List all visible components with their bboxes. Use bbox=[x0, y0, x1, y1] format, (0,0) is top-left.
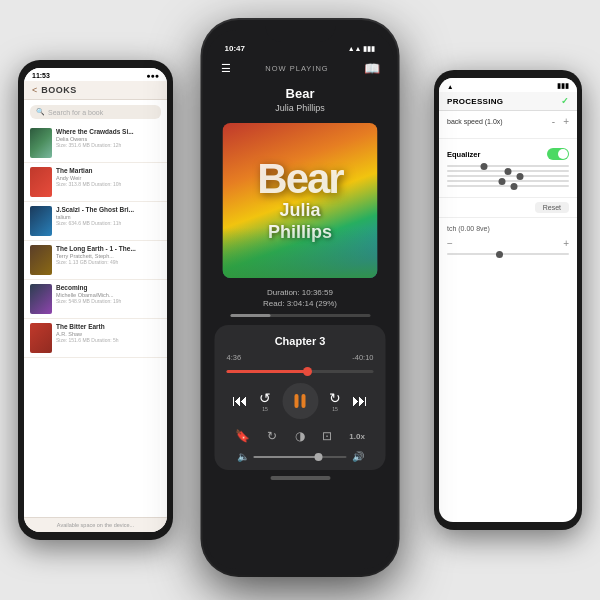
slider-track[interactable] bbox=[447, 185, 569, 187]
equalizer-section: Equalizer bbox=[439, 143, 577, 193]
pitch-slider-track[interactable] bbox=[447, 253, 569, 255]
phone-center: 10:47 ▲▲ ▮▮▮ ☰ NOW PLAYING 📖 Bear Julia … bbox=[203, 20, 398, 575]
equalizer-row: Equalizer bbox=[447, 148, 569, 160]
fast-fwd-icon[interactable]: ⏭ bbox=[352, 392, 368, 410]
left-header: < BOOKS bbox=[24, 81, 167, 100]
skip-back-label: 15 bbox=[262, 406, 268, 412]
slider-thumb[interactable] bbox=[505, 168, 512, 175]
phone-left-screen: 11:53 ●●● < BOOKS 🔍 Search for a book Wh… bbox=[24, 68, 167, 532]
book-cover bbox=[30, 245, 52, 275]
center-time: 10:47 bbox=[225, 44, 245, 53]
book-title: The Bitter Earth bbox=[56, 323, 161, 331]
phone-center-screen: 10:47 ▲▲ ▮▮▮ ☰ NOW PLAYING 📖 Bear Julia … bbox=[207, 30, 394, 569]
book-author: Julia Phillips bbox=[207, 103, 394, 113]
speed-plus-button[interactable]: + bbox=[563, 116, 569, 127]
skip-back-button[interactable]: ↺ 15 bbox=[259, 390, 271, 412]
pause-bar-left bbox=[295, 394, 299, 408]
actions-row: 🔖 ↻ ◑ ⊡ 1.0x bbox=[227, 429, 374, 443]
cover-floral-decoration bbox=[223, 228, 378, 278]
list-item[interactable]: The Martian Andy Weir Size: 313.8 MB Dur… bbox=[24, 163, 167, 202]
slider-track[interactable] bbox=[447, 170, 569, 172]
now-playing-title: NOW PLAYING bbox=[231, 64, 364, 73]
list-item[interactable]: Becoming Michelle Obama/Mich... Size: 54… bbox=[24, 280, 167, 319]
check-icon[interactable]: ✓ bbox=[561, 96, 569, 106]
loop-icon[interactable]: ↻ bbox=[267, 429, 277, 443]
search-icon: 🔍 bbox=[36, 108, 45, 116]
left-footer: Available space on the device... bbox=[24, 517, 167, 532]
right-battery-icon: ▮▮▮ bbox=[557, 82, 569, 90]
slider-thumb[interactable] bbox=[480, 163, 487, 170]
menu-icon[interactable]: ☰ bbox=[221, 62, 231, 75]
pitch-label: tch (0.00 8ve) bbox=[447, 225, 490, 232]
slider-thumb[interactable] bbox=[511, 183, 518, 190]
books-title: BOOKS bbox=[41, 85, 77, 95]
speed-label[interactable]: 1.0x bbox=[349, 432, 365, 441]
slider-thumb[interactable] bbox=[498, 178, 505, 185]
read-progress-label: Read: 3:04:14 (29%) bbox=[207, 299, 394, 308]
remaining-time: -40:10 bbox=[352, 353, 373, 362]
library-icon[interactable]: 📖 bbox=[364, 61, 380, 76]
volume-fill bbox=[254, 456, 319, 458]
eq-slider-3 bbox=[447, 175, 569, 177]
eq-slider-2 bbox=[447, 170, 569, 172]
speed-minus-button[interactable]: - bbox=[552, 116, 555, 127]
list-item[interactable]: Where the Crawdads Si... Delia Owens Siz… bbox=[24, 124, 167, 163]
right-header: PROCESSING ✓ bbox=[439, 92, 577, 111]
pause-button[interactable] bbox=[282, 383, 318, 419]
book-meta: Size: 151.6 MB Duration: 5h bbox=[56, 337, 161, 344]
divider-2 bbox=[439, 197, 577, 198]
book-meta: Size: 1.13 GB Duration: 49h bbox=[56, 259, 161, 266]
search-bar[interactable]: 🔍 Search for a book bbox=[30, 105, 161, 119]
book-cover-art: Bear JuliaPhillips bbox=[223, 123, 378, 278]
airplay-icon[interactable]: ⊡ bbox=[322, 429, 332, 443]
list-item[interactable]: J.Scalzi - The Ghost Bri... talium Size:… bbox=[24, 202, 167, 241]
bookmark-icon[interactable]: 🔖 bbox=[235, 429, 250, 443]
chapter-progress-thumb[interactable] bbox=[303, 367, 312, 376]
book-cover bbox=[30, 284, 52, 314]
center-status-icons: ▲▲ ▮▮▮ bbox=[348, 45, 376, 53]
list-item[interactable]: The Long Earth - 1 - The... Terry Pratch… bbox=[24, 241, 167, 280]
rewind-icon[interactable]: ⏮ bbox=[232, 392, 248, 410]
pitch-slider-thumb[interactable] bbox=[496, 251, 503, 258]
book-meta: Size: 548.9 MB Duration: 19h bbox=[56, 298, 161, 305]
reset-row: Reset bbox=[439, 202, 577, 213]
eq-slider-5 bbox=[447, 185, 569, 187]
center-header: ☰ NOW PLAYING 📖 bbox=[207, 57, 394, 82]
book-cover bbox=[30, 128, 52, 158]
volume-thumb[interactable] bbox=[315, 453, 323, 461]
book-title: The Long Earth - 1 - The... bbox=[56, 245, 161, 253]
slider-track[interactable] bbox=[447, 175, 569, 177]
overall-progress-fill bbox=[230, 314, 271, 317]
pitch-minus-button[interactable]: − bbox=[447, 238, 453, 249]
search-placeholder: Search for a book bbox=[48, 109, 103, 116]
left-time: 11:53 bbox=[32, 72, 50, 79]
slider-track[interactable] bbox=[447, 180, 569, 182]
reset-button[interactable]: Reset bbox=[535, 202, 569, 213]
skip-fwd-label: 15 bbox=[332, 406, 338, 412]
right-wifi-icon: ▲ bbox=[447, 83, 453, 90]
left-status-icons: ●●● bbox=[146, 72, 159, 79]
equalizer-toggle[interactable] bbox=[547, 148, 569, 160]
book-title: The Martian bbox=[56, 167, 161, 175]
list-item[interactable]: The Bitter Earth A.R. Shaw Size: 151.6 M… bbox=[24, 319, 167, 358]
slider-thumb[interactable] bbox=[517, 173, 524, 180]
book-meta: Size: 313.8 MB Duration: 10h bbox=[56, 181, 161, 188]
playback-speed-section: back speed (1.0x) - + bbox=[439, 111, 577, 134]
book-info: Where the Crawdads Si... Delia Owens Siz… bbox=[56, 128, 161, 149]
volume-slider[interactable] bbox=[254, 456, 347, 458]
chapter-progress-bar[interactable] bbox=[227, 370, 374, 373]
speed-controls: - + bbox=[552, 116, 569, 127]
equalizer-label: Equalizer bbox=[447, 150, 480, 159]
phone-left: 11:53 ●●● < BOOKS 🔍 Search for a book Wh… bbox=[18, 60, 173, 540]
overall-progress-bar[interactable] bbox=[230, 314, 370, 317]
elapsed-time: 4:36 bbox=[227, 353, 242, 362]
book-cover bbox=[30, 323, 52, 353]
book-meta: Size: 634.6 MB Duration: 11h bbox=[56, 220, 161, 227]
skip-fwd-button[interactable]: ↻ 15 bbox=[329, 390, 341, 412]
chapter-panel: Chapter 3 4:36 -40:10 ⏮ ↺ 15 bbox=[215, 325, 386, 470]
book-title: J.Scalzi - The Ghost Bri... bbox=[56, 206, 161, 214]
back-icon[interactable]: < bbox=[32, 85, 37, 95]
pitch-plus-button[interactable]: + bbox=[563, 238, 569, 249]
brightness-icon[interactable]: ◑ bbox=[295, 429, 305, 443]
processing-title: PROCESSING bbox=[447, 97, 503, 106]
